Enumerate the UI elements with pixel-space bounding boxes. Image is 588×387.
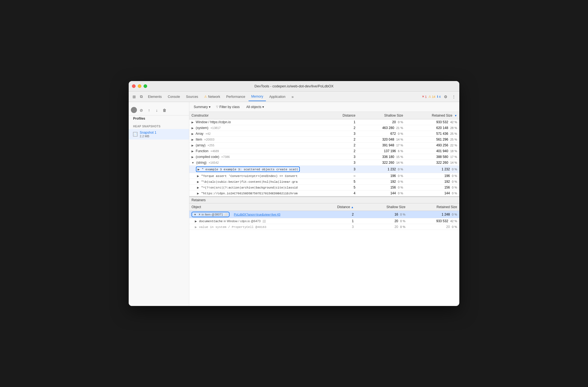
expand-icon[interactable]: ▶ [195,225,197,229]
table-row[interactable]: ▶ (system) ×13817 2 463 280 21 % 620 148… [189,125,459,131]
memory-toolbar: Summary ▾ ▽ Filter by class All objects … [189,102,459,112]
retainers-col-distance[interactable]: Distance ▲ [333,203,356,211]
expand-icon[interactable]: ▶ [191,155,194,158]
constructor-cell: ▶ Window / https://cdpn.io [189,119,332,125]
tab-memory[interactable]: Memory [249,92,266,101]
snapshot-info: Snapshot 1 2.2 MB [140,131,157,138]
col-distance[interactable]: Distance [332,112,358,119]
table-row[interactable]: ▶ (array) ×255 2 391 948 17 % 493 256 22… [189,143,459,148]
col-constructor[interactable]: Constructor [189,112,332,119]
table-row[interactable]: ▼ (string) ×16542 3 322 260 14 % 322 260… [189,160,459,166]
expand-icon[interactable]: ▶ [197,186,199,189]
retainers-col-retained[interactable]: Retained Size [408,203,459,211]
constructor-cell: ▶ (array) ×255 [189,143,332,148]
download-button[interactable]: ↓ [153,107,160,114]
constructor-table-body: ▶ Window / https://cdpn.io 1 20 0 % 933 … [189,119,459,196]
objects-chevron-icon: ▾ [262,105,264,109]
close-button[interactable] [132,84,136,88]
devtools-tabs: ⊞ ⧉ Elements Console Sources ⚠ Network P… [129,92,459,102]
table-row[interactable]: ▶ Item ×20003 2 320 048 14 % 561 296 25 … [189,137,459,143]
distance-cell: 1 [332,119,358,125]
expand-icon[interactable]: ▶ [191,127,194,130]
expand-icon[interactable]: ▶ [191,138,194,141]
table-row[interactable]: ▶ "^(?!on|src|(?:action|archive|backgrou… [189,185,459,190]
table-row[interactable]: ▶ " example 3 example 3: scattered objec… [189,166,459,173]
upload-button[interactable]: ↑ [146,107,152,114]
clear-button[interactable]: ⊘ [138,107,145,114]
expand-icon[interactable]: ▶ [197,192,199,195]
retained-cell: 933 532 42 % [405,119,459,125]
table-row[interactable]: ▶ (compiled code) ×7386 3 336 180 15 % 3… [189,154,459,160]
devtools-window: DevTools - codepen.io/web-dot-dev/live/P… [129,81,459,306]
maximize-button[interactable] [144,84,147,88]
devtools-body: ⊘ ↑ ↓ 🗑 Profiles HEAP SNAPSHOTS 📄 Snapsh… [129,102,459,306]
expand-icon[interactable]: ▶ [191,144,194,147]
more-tabs-icon[interactable]: » [289,93,296,100]
traffic-lights [132,84,147,88]
warning-badge[interactable]: ⚠ 14 [428,95,435,98]
expand-icon[interactable]: ▶ [195,220,197,223]
constructor-cell: ▶ (compiled code) ×7386 [189,154,332,160]
shallow-cell: 20 0 % [358,119,405,125]
table-area: Constructor Distance Shallow Size Retain… [189,112,459,306]
expand-icon[interactable]: ▶ [197,180,199,183]
retainers-header: Retainers [189,197,459,203]
filter-by-class-button[interactable]: ▽ Filter by class [214,104,242,110]
col-retained[interactable]: Retained Size ▼ [405,112,459,119]
table-row[interactable]: ▶ "https://cdpn.io2AC766158D5B7507E17015… [189,190,459,196]
constructor-cell: ▶ " example 3 example 3: scattered objec… [189,166,332,173]
expand-icon[interactable]: ▶ [191,150,194,153]
record-button[interactable] [131,107,137,113]
expand-icon[interactable]: ▶ [197,174,199,178]
col-shallow[interactable]: Shallow Size [358,112,405,119]
minimize-button[interactable] [138,84,141,88]
table-row[interactable]: ▶ "\b(calc|cubic-bezier|fit-content|hsl|… [189,179,459,185]
retainers-table-header: Object Distance ▲ Shallow Size Retained … [189,203,459,211]
info-badge[interactable]: ℹ 4 [437,95,441,98]
tab-sources[interactable]: Sources [183,92,201,101]
constructor-cell: ▼ (string) ×16542 [189,160,332,166]
retainers-section: Retainers Object Distance ▲ Shallow Size… [189,197,459,230]
retainers-col-shallow[interactable]: Shallow Size [356,203,408,211]
retainer-row[interactable]: ▶ documentCache in Window / cdpn.io @647… [189,218,459,224]
expand-icon[interactable]: ▶ [198,168,200,171]
expand-icon[interactable]: ▶ [191,121,194,124]
sort-asc-icon: ▲ [351,206,354,209]
summary-dropdown[interactable]: Summary ▾ [191,104,213,110]
error-badge[interactable]: ✕ 1 [422,95,427,98]
expand-icon[interactable]: ▼ [194,213,196,216]
tab-performance[interactable]: Performance [223,92,248,101]
window-title: DevTools - codepen.io/web-dot-dev/live/P… [255,84,334,88]
constructor-cell: ▶ Array ×42 [189,131,332,137]
device-toolbar-icon[interactable]: ⧉ [138,93,145,100]
sidebar-snapshot-item[interactable]: 📄 Snapshot 1 2.2 MB [129,129,189,139]
tab-elements[interactable]: Elements [145,92,164,101]
sidebar: ⊘ ↑ ↓ 🗑 Profiles HEAP SNAPSHOTS 📄 Snapsh… [129,102,189,306]
constructor-cell: ▶ "https://cdpn.io2AC766158D5B7507E17015… [189,190,332,196]
window-frame-icon: ⬜ [224,213,227,216]
inspect-element-icon[interactable]: ⊞ [131,93,137,100]
tab-console[interactable]: Console [165,92,183,101]
table-row[interactable]: ▶ "Torque assert 'Convert<uintptr>(endIn… [189,173,459,179]
settings-icon[interactable]: ⚙ [442,93,449,100]
table-row[interactable]: ▶ Window / https://cdpn.io 1 20 0 % 933 … [189,119,459,125]
tab-application[interactable]: Application [266,92,288,101]
titlebar: DevTools - codepen.io/web-dot-dev/live/P… [129,81,459,92]
expand-icon[interactable]: ▼ [191,161,194,164]
network-warning-icon: ⚠ [204,95,207,98]
sort-desc-icon: ▼ [454,114,457,117]
retainer-row[interactable]: ▼ x in Item @38071 ⬜ PoLdb0X?anon=true&v… [189,211,459,218]
constructor-cell: ▶ Item ×20003 [189,137,332,143]
snapshot-icon: 📄 [133,132,137,136]
expand-icon[interactable]: ▶ [191,132,194,135]
retainers-col-object[interactable]: Object [189,203,333,211]
tab-network[interactable]: ⚠ Network [201,92,223,101]
collect-garbage-icon[interactable]: 🗑 [161,107,168,114]
all-objects-dropdown[interactable]: All objects ▾ [244,104,266,110]
more-options-icon[interactable]: ⋮ [451,93,457,100]
retainer-row[interactable]: ▶ value in system / PropertyCell @40163 … [189,224,459,230]
table-row[interactable]: ▶ Array ×42 3 672 0 % 571 436 25 % [189,131,459,137]
constructor-cell: ▶ Function ×4689 [189,148,332,154]
retainer-link[interactable]: PoLdb0X?anon=true&view=live:43 [234,213,280,216]
table-row[interactable]: ▶ Function ×4689 2 137 196 6 % 401 940 1… [189,148,459,154]
